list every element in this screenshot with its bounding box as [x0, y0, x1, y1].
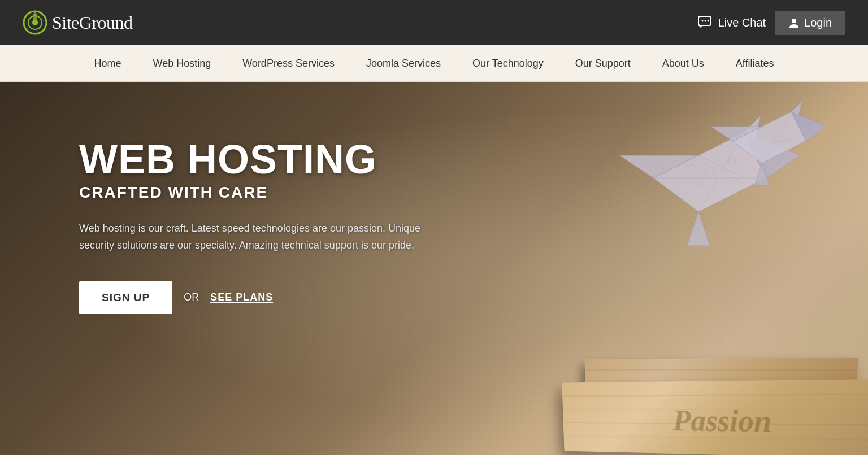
hero-section: ⊙ SiteGround Passion WEB HOSTING CRAFTED…: [0, 82, 868, 455]
see-plans-link[interactable]: SEE PLANS: [210, 291, 273, 303]
login-button[interactable]: Login: [775, 11, 845, 35]
nav-item-affiliates[interactable]: Affiliates: [720, 58, 790, 69]
nav-item-home[interactable]: Home: [78, 58, 137, 69]
top-bar-right: Live Chat Login: [698, 11, 845, 35]
nav-bar: Home Web Hosting WordPress Services Joom…: [0, 45, 868, 82]
logo-icon: [23, 10, 47, 35]
nav-item-technology[interactable]: Our Technology: [457, 58, 559, 69]
wood-block-2: Passion: [562, 379, 868, 455]
hero-cta: SIGN UP OR SEE PLANS: [79, 281, 429, 314]
live-chat-label: Live Chat: [718, 16, 766, 29]
svg-point-5: [704, 20, 706, 22]
nav-item-web-hosting[interactable]: Web Hosting: [137, 58, 227, 69]
chat-icon: [698, 16, 714, 29]
logo-text: SiteGround: [52, 12, 133, 33]
nav-item-about[interactable]: About Us: [646, 58, 720, 69]
svg-line-33: [562, 394, 868, 396]
or-text: OR: [184, 291, 199, 303]
svg-point-6: [707, 20, 709, 22]
live-chat-button[interactable]: Live Chat: [698, 16, 766, 29]
svg-marker-11: [687, 212, 710, 246]
nav-item-joomla[interactable]: Joomla Services: [350, 58, 457, 69]
nav-item-wordpress[interactable]: WordPress Services: [227, 58, 350, 69]
svg-point-7: [792, 19, 796, 23]
top-bar: SiteGround Live Chat Login: [0, 0, 868, 45]
signup-button[interactable]: SIGN UP: [79, 281, 172, 314]
user-icon: [788, 17, 800, 28]
crane-decoration: [540, 93, 823, 319]
svg-point-4: [701, 20, 703, 22]
svg-text:Passion: Passion: [672, 404, 772, 438]
hero-content: WEB HOSTING CRAFTED WITH CARE Web hostin…: [79, 138, 429, 314]
hero-title: WEB HOSTING: [79, 138, 429, 181]
nav-item-support[interactable]: Our Support: [559, 58, 646, 69]
hero-description: Web hosting is our craft. Latest speed t…: [79, 220, 429, 254]
hero-subtitle: CRAFTED WITH CARE: [79, 184, 429, 202]
login-label: Login: [804, 16, 832, 29]
logo[interactable]: SiteGround: [23, 10, 133, 35]
